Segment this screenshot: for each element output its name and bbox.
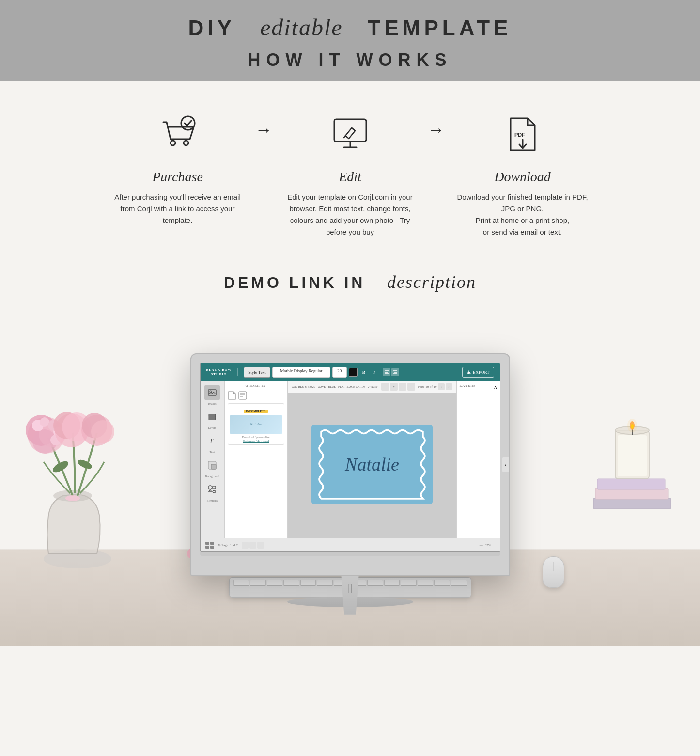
pdf-download-icon: PDF	[501, 112, 544, 156]
svg-point-26	[91, 420, 114, 443]
zoom-minus[interactable]: —	[480, 543, 483, 547]
demo-title: DEMO LINK IN description	[0, 272, 700, 292]
svg-point-44	[208, 486, 212, 489]
svg-line-7	[344, 136, 345, 138]
svg-point-66	[627, 419, 637, 432]
layers-header: LAYERS ∧	[460, 384, 497, 391]
align-center-btn[interactable]	[391, 368, 399, 376]
svg-rect-54	[210, 542, 214, 545]
monitor-container: BLACK BOW studio Style Text Marble Displ…	[190, 353, 510, 607]
svg-rect-56	[210, 546, 214, 549]
monitor-frame: BLACK BOW studio Style Text Marble Displ…	[190, 353, 510, 576]
svg-rect-62	[618, 435, 647, 476]
corjl-logo: BLACK BOW studio	[206, 368, 238, 376]
text-sidebar-label: Text	[210, 451, 215, 454]
order-panel: ORDER ID INCOMPLETE Natalie	[225, 381, 288, 538]
svg-rect-55	[205, 546, 209, 549]
arrow-2-icon: →	[428, 120, 445, 140]
layers-title: LAYERS	[460, 384, 476, 388]
svg-text:Natalie: Natalie	[344, 454, 399, 474]
page-info: Page 10 of 10	[418, 385, 437, 389]
sidebar-bg-icon[interactable]	[204, 457, 220, 473]
svg-point-2	[181, 116, 195, 130]
corjl-body: Images Layers T Text	[201, 381, 500, 538]
arrow-2: →	[428, 105, 445, 140]
svg-rect-58	[595, 488, 668, 499]
zoom-controls: — 33% +	[480, 543, 495, 547]
order-thumb: Natalie	[230, 415, 282, 434]
bottom-btn-2[interactable]	[249, 542, 256, 549]
align-left-btn[interactable]	[383, 368, 390, 376]
svg-point-28	[51, 459, 70, 474]
italic-btn[interactable]: I	[370, 368, 379, 377]
svg-rect-45	[213, 486, 216, 489]
download-title: Download	[455, 169, 591, 185]
export-btn[interactable]: EXPORT	[462, 367, 494, 378]
layers-panel: LAYERS ∧ ›	[456, 381, 500, 538]
size-select[interactable]: 20	[332, 367, 347, 378]
header-section: DIY editable TEMPLATE HOW IT WORKS	[0, 0, 700, 81]
step-edit: Edit Edit your template on Corjl.com in …	[273, 105, 428, 238]
svg-line-6	[352, 128, 355, 131]
images-label: Images	[208, 402, 216, 405]
apple-icon: 	[347, 581, 352, 596]
monitor-chin	[200, 552, 500, 556]
next-page-btn[interactable]: ›	[446, 383, 452, 390]
header-divider	[268, 46, 433, 46]
svg-rect-43	[211, 464, 216, 469]
color-swatch[interactable]	[349, 368, 358, 377]
monitor-wrapper: BLACK BOW studio Style Text Marble Displ…	[0, 307, 700, 646]
svg-rect-36	[208, 390, 216, 395]
zoom-out-btn[interactable]: -	[381, 383, 389, 391]
canvas-order-ref: WAV-BLU-6-B3320 - WAVE - BLUE - FLAT PLA…	[292, 385, 378, 388]
bg-sidebar-label: Background	[205, 475, 219, 478]
edit-icon-container	[282, 105, 418, 163]
svg-text:PDF: PDF	[514, 132, 525, 138]
order-download-text: Download / personalize	[230, 436, 282, 439]
apple-logo-area: 	[190, 581, 510, 597]
zoom-level: 33%	[485, 543, 491, 547]
order-title: ORDER ID	[228, 384, 284, 388]
canvas-toolbar: WAV-BLU-6-B3320 - WAVE - BLUE - FLAT PLA…	[288, 381, 456, 393]
step-download: PDF Download Download your finished temp…	[445, 105, 600, 238]
order-action[interactable]: Customize / download	[230, 440, 282, 442]
arrow-1-icon: →	[255, 120, 273, 140]
bottom-btn-1[interactable]	[242, 542, 249, 549]
purchase-desc: After purchasing you'll receive an email…	[110, 191, 246, 226]
edit-title: Edit	[282, 169, 418, 185]
fit-btn[interactable]	[399, 383, 406, 391]
prev-page-btn[interactable]: ‹	[438, 383, 445, 390]
svg-point-29	[77, 458, 93, 471]
purchase-icon-container	[110, 105, 246, 163]
doc-icon-row	[228, 391, 284, 400]
bottom-btn-3[interactable]	[257, 542, 264, 549]
cart-icon	[156, 112, 200, 156]
corjl-header: BLACK BOW studio Style Text Marble Displ…	[201, 363, 500, 381]
font-select[interactable]: Marble Display Regular	[272, 367, 330, 378]
bold-btn[interactable]: B	[359, 368, 368, 377]
edit-desc: Edit your template on Corjl.com in your …	[282, 191, 418, 238]
svg-point-37	[210, 391, 212, 393]
candle-decoration	[584, 401, 681, 556]
bottom-controls	[242, 542, 264, 549]
grid-icon	[205, 542, 214, 549]
place-card-svg: Natalie	[307, 420, 437, 509]
sidebar-elements-icon[interactable]	[204, 482, 220, 497]
zoom-plus[interactable]: +	[493, 543, 495, 547]
arrow-1: →	[255, 105, 273, 140]
export-label: EXPORT	[473, 370, 489, 375]
copy-btn[interactable]	[407, 383, 415, 391]
bottom-page-info: ⊕ Page: 1 of 2	[218, 543, 238, 547]
layers-collapse-btn[interactable]: ∧	[494, 384, 497, 390]
style-text-btn[interactable]: Style Text	[244, 367, 270, 378]
align-btns	[383, 368, 399, 376]
template-label: TEMPLATE	[368, 16, 512, 40]
svg-point-1	[184, 141, 188, 145]
sidebar-images-icon[interactable]	[204, 385, 220, 400]
editable-label: editable	[260, 15, 343, 40]
sidebar-text-icon[interactable]: T	[204, 433, 220, 449]
zoom-in-btn[interactable]: +	[390, 383, 398, 391]
svg-rect-53	[205, 542, 209, 545]
sidebar-layers-icon[interactable]	[204, 409, 220, 425]
canvas-card-wrapper: Natalie	[307, 420, 437, 511]
